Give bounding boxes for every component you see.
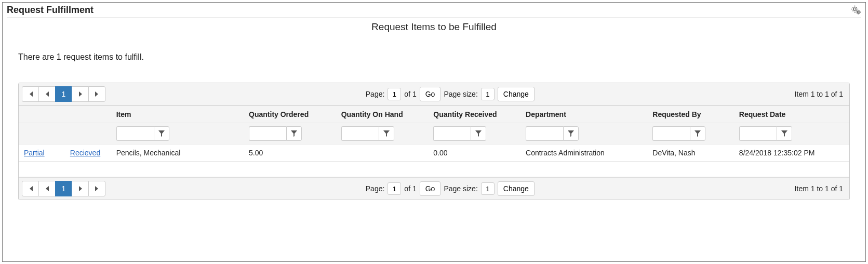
pager-item-range: Item 1 to 1 of 1 [795,90,846,98]
filter-qtyord-button[interactable] [286,126,302,141]
grid-container: 1 Page: of 1 Go Page size: Change Item 1… [18,83,850,200]
pager-page-label: Page: [366,184,385,193]
pager-page-input[interactable] [388,182,401,195]
pager-change-button[interactable]: Change [498,181,535,196]
col-action2 [65,106,111,123]
pager-first-button[interactable] [22,181,39,196]
filter-dept-input[interactable] [526,126,563,141]
col-action1 [19,106,65,123]
info-text: There are 1 request items to fulfill. [7,38,861,83]
filter-item-input[interactable] [116,126,154,141]
filter-reqby-input[interactable] [652,126,690,141]
pager-button-group: 1 [22,86,105,102]
pager-button-group: 1 [22,181,105,196]
col-qty-on-hand[interactable]: Quantity On Hand [336,106,429,123]
col-department[interactable]: Department [520,106,647,123]
filter-qtyrec-input[interactable] [433,126,471,141]
pager-size-input[interactable] [481,182,495,195]
pager-of-text: of 1 [404,184,416,193]
filter-item-button[interactable] [154,126,169,141]
row-qty-ordered: 5.00 [244,144,336,162]
pager-prev-button[interactable] [38,86,56,102]
col-qty-received[interactable]: Quantity Received [428,106,520,123]
page-frame: Request Fulfillment Request Items to be … [2,2,866,262]
filter-qtyoh-button[interactable] [379,126,394,141]
svg-point-1 [857,11,859,13]
pager-page-1-button[interactable]: 1 [55,86,72,102]
table-filter-row [19,123,849,144]
pager-size-input[interactable] [481,88,495,100]
row-requested-by: DeVita, Nash [647,144,734,162]
table-header-row: Item Quantity Ordered Quantity On Hand Q… [19,106,849,123]
filter-qtyord-input[interactable] [249,126,286,141]
filter-dept-button[interactable] [563,126,579,141]
col-requested-by[interactable]: Requested By [647,106,734,123]
row-qty-received: 0.00 [428,144,520,162]
items-table: Item Quantity Ordered Quantity On Hand Q… [19,105,849,177]
table-row: Partial Recieved Pencils, Mechanical 5.0… [19,144,849,162]
title-bar: Request Fulfillment [7,4,861,18]
pager-last-button[interactable] [88,86,105,102]
pager-item-range: Item 1 to 1 of 1 [795,184,846,193]
svg-point-0 [853,8,856,10]
row-item: Pencils, Mechanical [111,144,244,162]
pager-center-controls: Page: of 1 Go Page size: Change [105,87,795,101]
pager-size-label: Page size: [444,184,477,193]
settings-gear-icon[interactable] [851,5,861,16]
row-partial-link[interactable]: Partial [24,149,45,157]
pager-last-button[interactable] [88,181,105,196]
pager-bottom: 1 Page: of 1 Go Page size: Change Item 1… [19,177,849,200]
col-item[interactable]: Item [111,106,244,123]
pager-page-input[interactable] [388,88,401,100]
row-request-date: 8/24/2018 12:35:02 PM [734,144,849,162]
pager-center-controls: Page: of 1 Go Page size: Change [105,181,795,196]
col-request-date[interactable]: Request Date [734,106,849,123]
pager-next-button[interactable] [72,181,89,196]
filter-reqby-button[interactable] [690,126,705,141]
pager-page-label: Page: [366,90,385,98]
row-qty-on-hand [336,144,429,162]
row-department: Contracts Administration [520,144,647,162]
filter-date-button[interactable] [777,126,792,141]
pager-of-text: of 1 [404,90,416,98]
pager-page-1-button[interactable]: 1 [55,181,72,196]
pager-prev-button[interactable] [38,181,56,196]
pager-top: 1 Page: of 1 Go Page size: Change Item 1… [19,83,849,105]
pager-next-button[interactable] [72,86,89,102]
col-qty-ordered[interactable]: Quantity Ordered [244,106,336,123]
filter-qtyoh-input[interactable] [341,126,379,141]
page-subtitle: Request Items to be Fulfilled [7,18,861,38]
pager-go-button[interactable]: Go [420,181,441,196]
filter-date-input[interactable] [739,126,777,141]
page-title: Request Fulfillment [7,5,94,16]
pager-size-label: Page size: [444,90,477,98]
row-received-link[interactable]: Recieved [70,149,100,157]
filter-qtyrec-button[interactable] [471,126,486,141]
pager-go-button[interactable]: Go [420,87,441,101]
pager-first-button[interactable] [22,86,39,102]
pager-change-button[interactable]: Change [498,87,535,101]
